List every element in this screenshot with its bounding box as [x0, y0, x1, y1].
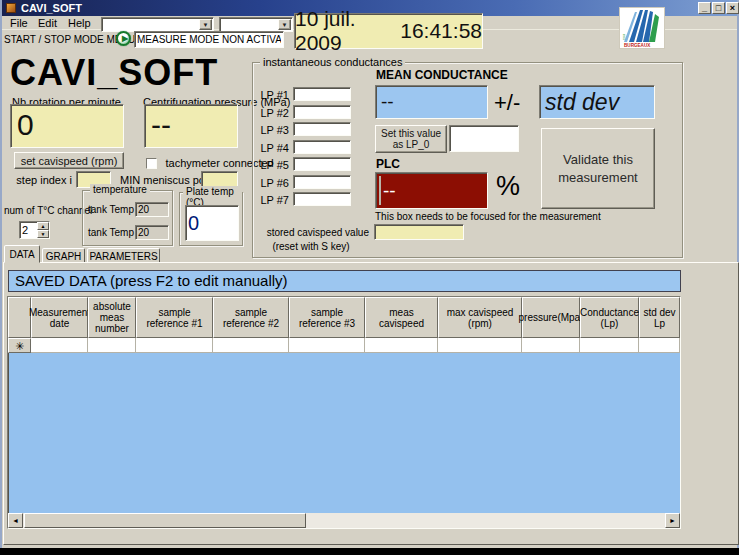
minimize-icon[interactable]: _ — [698, 2, 711, 14]
plc-note: This box needs to be focused for the mea… — [375, 211, 601, 222]
play-glyph: ▶ — [122, 34, 128, 43]
percent-label: % — [496, 171, 520, 202]
lp5-field[interactable] — [293, 157, 351, 171]
chevron-down-icon[interactable]: ▼ — [278, 19, 291, 30]
col-meas-cavispeed: meas cavispeed — [365, 297, 438, 338]
tab-graph[interactable]: GRAPH — [42, 248, 85, 263]
lp3-label: LP #3 — [257, 124, 289, 136]
col-sample-ref-2: sample reference #2 — [213, 297, 289, 338]
scroll-left-icon[interactable]: ◄ — [8, 513, 23, 528]
datetime-display: 10 juil. 2009 16:41:58 — [294, 13, 483, 49]
logo-graphic: BURGEAUX eau — [620, 8, 664, 48]
stored-cavispeed-note: (reset with S key) — [253, 241, 369, 252]
lp4-label: LP #4 — [257, 142, 289, 154]
plc-value: -- — [383, 180, 396, 201]
lp2-label: LP #2 — [257, 107, 289, 119]
set-cavispeed-button[interactable]: set cavispeed (rpm) — [14, 152, 124, 169]
plate-temp-groupbox: Plate temp (°C) — [179, 192, 243, 246]
col-pressure: pressure(Mpa) — [522, 297, 580, 338]
plc-title: PLC — [376, 157, 400, 171]
temperature-title: temperature — [90, 184, 150, 195]
chevron-down-icon[interactable]: ▼ — [199, 19, 212, 30]
spin-down-icon[interactable]: ▼ — [37, 230, 49, 238]
cell[interactable] — [522, 338, 580, 353]
time-text: 16:41:58 — [400, 19, 482, 43]
saved-data-table[interactable]: Measurement date absolute meas number sa… — [7, 296, 681, 529]
app-icon — [6, 3, 16, 13]
tank-temp1-field — [135, 202, 169, 217]
cell[interactable] — [438, 338, 522, 353]
mean-conductance-title: MEAN CONDUCTANCE — [376, 68, 508, 82]
combo-box-2[interactable]: ▼ — [219, 17, 293, 32]
lp6-label: LP #6 — [257, 177, 289, 189]
tab-data[interactable]: DATA — [4, 245, 40, 263]
close-icon[interactable]: × — [726, 2, 739, 14]
stored-cavispeed-field[interactable] — [374, 224, 464, 240]
col-absolute-meas-number: absolute meas number — [88, 297, 136, 338]
lp3-field[interactable] — [293, 122, 351, 136]
cell[interactable] — [365, 338, 438, 353]
temperature-groupbox: temperature tank Temp 1 tank Temp 2 — [82, 190, 173, 246]
centrifugation-display: -- — [144, 104, 238, 148]
restore-icon[interactable]: □ — [712, 2, 725, 14]
std-dev-display: std dev — [539, 85, 655, 119]
table-header-row: Measurement date absolute meas number sa… — [8, 297, 680, 338]
tank-temp2-field — [135, 225, 169, 240]
validate-button[interactable]: Validate this measurement — [541, 128, 655, 209]
conductances-groupbox: instantaneous conductances LP #1 LP #2 L… — [252, 62, 683, 258]
scrollbar-thumb[interactable] — [24, 513, 306, 528]
spin-up-icon[interactable]: ▲ — [37, 222, 49, 230]
tab-page-data: SAVED DATA (press F2 to edit manually) M… — [3, 262, 739, 545]
date-text: 10 juil. 2009 — [295, 7, 382, 55]
window-title: CAVI_SOFT — [21, 0, 82, 16]
lp4-field[interactable] — [293, 140, 351, 154]
lp5-label: LP #5 — [257, 159, 289, 171]
cell[interactable] — [136, 338, 213, 353]
svg-text:eau: eau — [622, 34, 626, 40]
col-sample-ref-1: sample reference #1 — [136, 297, 213, 338]
menu-edit[interactable]: Edit — [34, 17, 61, 29]
lp7-field[interactable] — [293, 192, 351, 206]
col-max-cavispeed: max cavispeed (rpm) — [438, 297, 522, 338]
start-stop-icon[interactable]: ▶ — [116, 31, 131, 46]
measure-status-field[interactable] — [134, 31, 284, 48]
lp0-field[interactable] — [449, 125, 519, 152]
conductances-title: instantaneous conductances — [260, 56, 405, 68]
menu-file[interactable]: File — [6, 17, 32, 29]
col-conductance: Conductance (Lp) — [580, 297, 639, 338]
tab-parameters[interactable]: PARAMETERS — [87, 248, 160, 263]
col-measurement-date: Measurement date — [31, 297, 88, 338]
cell[interactable] — [213, 338, 289, 353]
nb-rotation-display: 0 — [10, 104, 124, 148]
plate-temp-field[interactable] — [185, 205, 239, 241]
quantity-stepper[interactable]: ▲ ▼ — [19, 221, 50, 239]
cell[interactable] — [88, 338, 136, 353]
combo-box-1[interactable]: ▼ — [101, 17, 214, 32]
col-sample-ref-3: sample reference #3 — [289, 297, 365, 338]
cell[interactable] — [289, 338, 365, 353]
lp2-field[interactable] — [293, 105, 351, 119]
cell[interactable] — [580, 338, 639, 353]
lp6-field[interactable] — [293, 175, 351, 189]
cell[interactable] — [31, 338, 88, 353]
saved-data-header: SAVED DATA (press F2 to edit manually) — [8, 270, 681, 292]
cell[interactable] — [639, 338, 680, 353]
plc-display[interactable]: -- — [375, 172, 488, 209]
app-window: CAVI_SOFT _ □ × File Edit Help ▼ ▼ START… — [0, 0, 739, 548]
horizontal-scrollbar[interactable]: ◄ ► — [8, 513, 680, 528]
text-cursor — [379, 176, 381, 205]
set-lp0-button[interactable]: Set this value as LP_0 — [375, 125, 447, 153]
step-index-label: step index i — [2, 174, 72, 186]
mean-conductance-display: -- — [375, 85, 488, 119]
new-row-marker: ✳ — [8, 338, 31, 353]
checkbox-icon[interactable] — [146, 158, 157, 169]
scroll-right-icon[interactable]: ► — [665, 513, 680, 528]
lp1-field[interactable] — [293, 87, 351, 101]
lp1-label: LP #1 — [257, 89, 289, 101]
svg-text:BURGEAUX: BURGEAUX — [624, 43, 651, 48]
menu-help[interactable]: Help — [64, 17, 95, 29]
company-logo: BURGEAUX eau — [619, 7, 665, 49]
col-selector — [8, 297, 31, 338]
num-channel-label: num of T°C channel — [4, 205, 92, 216]
table-row[interactable]: ✳ — [8, 338, 680, 353]
